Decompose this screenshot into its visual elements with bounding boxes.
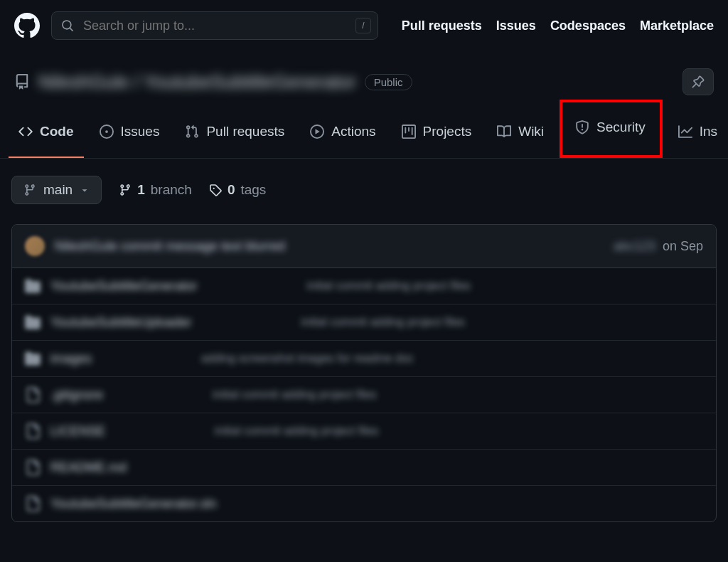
search-container: / [51,11,378,40]
global-header: / Pull requests Issues Codespaces Market… [0,0,728,51]
branch-count: 1 [137,182,145,198]
tab-label: Ins [700,124,717,139]
wiki-icon [497,124,511,139]
insights-icon [678,124,692,139]
tab-wiki[interactable]: Wiki [487,112,554,158]
file-icon [25,387,41,403]
commit-author-message: NileshGule commit message text blurred [55,239,285,254]
file-name: images [50,351,92,366]
tab-code[interactable]: Code [9,112,84,158]
pin-button[interactable] [682,68,714,95]
file-name: .gitignore [50,388,103,403]
issues-icon [100,124,114,139]
file-row[interactable]: YoutubeSubtitleGenerator initial commit … [12,268,716,304]
latest-commit-row[interactable]: NileshGule commit message text blurred a… [12,225,716,268]
file-icon [25,460,41,475]
projects-icon [402,124,416,139]
actions-icon [310,124,324,139]
pin-icon [692,75,705,88]
tab-actions[interactable]: Actions [300,112,385,158]
file-name: YoutubeSubtitleUploader [50,315,192,330]
file-listing: NileshGule commit message text blurred a… [11,224,717,522]
file-row[interactable]: README.md [12,450,716,486]
repo-content: main 1 branch 0 tags NileshGule commit m… [0,159,728,522]
file-icon [25,423,41,439]
nav-issues[interactable]: Issues [496,18,536,33]
tab-issues[interactable]: Issues [90,112,170,158]
file-name: YoutubeSubtitleGenerator.sln [50,497,217,511]
search-icon [61,19,74,32]
branch-icon [23,184,36,196]
file-row[interactable]: LICENSE initial commit adding project fi… [12,413,716,450]
file-commit-msg: adding screenshot images for readme doc [201,352,703,365]
tab-insights[interactable]: Ins [668,112,727,158]
tab-label: Actions [331,124,375,139]
nav-marketplace[interactable]: Marketplace [640,18,714,33]
search-input[interactable] [51,11,378,40]
tab-label: Code [40,124,74,139]
avatar [25,236,45,256]
file-name: README.md [50,460,127,475]
branches-link[interactable]: 1 branch [119,182,192,198]
chevron-down-icon [80,185,90,195]
file-name: LICENSE [50,424,105,439]
file-toolbar: main 1 branch 0 tags [11,176,717,204]
nav-pull-requests[interactable]: Pull requests [402,18,482,33]
branch-icon [119,184,132,196]
branch-label: branch [151,182,192,198]
tab-security[interactable]: Security [560,100,663,158]
file-row[interactable]: YoutubeSubtitleGenerator.sln [12,486,716,521]
branch-select-button[interactable]: main [11,176,102,204]
folder-icon [25,314,41,330]
tab-label: Issues [121,124,160,139]
tab-projects[interactable]: Projects [392,112,482,158]
pr-icon [185,124,199,139]
file-row[interactable]: images adding screenshot images for read… [12,341,716,377]
commit-meta: abc123 on Sep [614,239,703,254]
folder-icon [25,351,41,366]
tag-label: tags [240,182,266,198]
visibility-badge: Public [365,74,412,90]
repo-tabs: Code Issues Pull requests Actions Projec… [0,95,728,159]
shield-icon [575,120,589,134]
code-icon [18,124,33,139]
file-commit-msg: initial commit adding project files [301,316,704,329]
folder-icon [25,278,41,294]
commit-hash: abc123 [614,239,655,254]
file-commit-msg: initial commit adding project files [215,425,703,438]
tab-label: Pull requests [206,124,284,139]
nav-codespaces[interactable]: Codespaces [550,18,626,33]
tag-count: 0 [228,182,235,198]
file-commit-msg: initial commit adding project files [213,388,703,401]
repo-header: NileshGule / YoutubeSubtitleGenerator Pu… [0,51,728,95]
file-row[interactable]: YoutubeSubtitleUploader initial commit a… [12,304,716,341]
commit-date: on Sep [663,239,703,254]
tab-label: Security [596,120,646,135]
slash-key-hint: / [355,18,371,33]
tags-link[interactable]: 0 tags [209,182,267,198]
branch-name: main [43,182,73,198]
repo-name[interactable]: NileshGule / YoutubeSubtitleGenerator [38,71,356,93]
file-row[interactable]: .gitignore initial commit adding project… [12,377,716,413]
file-name: YoutubeSubtitleGenerator [50,279,198,294]
file-icon [25,496,41,511]
tab-pull-requests[interactable]: Pull requests [175,112,294,158]
tag-icon [209,184,222,196]
github-logo[interactable] [14,13,40,38]
tab-label: Projects [423,124,472,139]
global-nav-links: Pull requests Issues Codespaces Marketpl… [402,18,714,33]
repo-icon [14,74,30,90]
tab-label: Wiki [518,124,544,139]
file-commit-msg: initial commit adding project files [307,280,704,292]
